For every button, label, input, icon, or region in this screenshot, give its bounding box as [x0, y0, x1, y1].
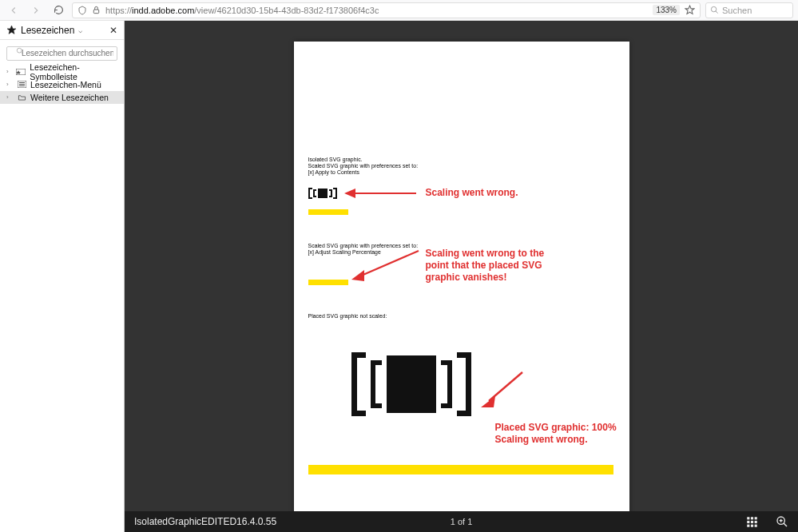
svg-rect-25: [333, 197, 337, 199]
svg-rect-47: [755, 517, 757, 519]
placed-graphic-large: [351, 349, 471, 423]
annotation: Scaling went wrong to the point that the…: [426, 248, 566, 284]
tree-item-toolbar[interactable]: › Lesezeichen-Symbolleiste: [0, 66, 124, 78]
yellow-bar-small: [308, 209, 348, 215]
chevron-right-icon: ›: [6, 93, 13, 101]
caret-down-icon[interactable]: ⌵: [78, 26, 82, 34]
svg-marker-4: [7, 26, 16, 34]
tree-label: Weitere Lesezeichen: [30, 93, 109, 102]
star-icon: [6, 25, 17, 35]
arrow-icon: [348, 248, 422, 283]
svg-rect-51: [747, 524, 749, 526]
zoom-indicator[interactable]: 133%: [653, 5, 680, 15]
zoom-in-icon[interactable]: [776, 515, 788, 528]
svg-rect-31: [351, 352, 366, 358]
svg-rect-32: [351, 411, 366, 416]
close-sidebar-button[interactable]: ✕: [109, 25, 117, 36]
svg-rect-38: [441, 360, 452, 365]
yellow-bar-wide: [308, 465, 613, 474]
svg-line-55: [784, 523, 787, 526]
svg-rect-14: [308, 188, 312, 189]
back-button[interactable]: [5, 2, 22, 19]
browser-search[interactable]: Suchen: [705, 2, 793, 18]
svg-rect-50: [755, 520, 757, 522]
forward-button[interactable]: [27, 2, 45, 19]
tree-item-other[interactable]: › Weitere Lesezeichen: [0, 91, 124, 104]
search-icon: [710, 6, 719, 14]
svg-rect-46: [751, 517, 753, 519]
thumbnails-icon[interactable]: [746, 516, 758, 528]
document-viewer: Isolated SVG graphic. Scaled SVG graphic…: [125, 21, 798, 532]
sidebar-search[interactable]: [6, 45, 117, 61]
caption-line: Isolated SVG graphic.: [308, 157, 363, 163]
svg-line-6: [21, 52, 23, 54]
svg-rect-48: [747, 520, 749, 522]
svg-rect-52: [751, 524, 753, 526]
arrow-icon: [344, 188, 418, 199]
svg-point-5: [17, 48, 22, 53]
svg-marker-1: [685, 6, 694, 14]
chevron-right-icon: ›: [6, 68, 12, 75]
folder-icon: [17, 93, 26, 101]
svg-line-43: [489, 372, 522, 401]
url-text: https://indd.adobe.com/view/46210d30-15b…: [105, 6, 648, 15]
svg-rect-39: [441, 403, 452, 408]
svg-rect-30: [351, 352, 357, 416]
viewer-bottom-bar: IsolatedGraphicEDITED16.4.0.55 1 of 1: [125, 511, 798, 532]
svg-line-28: [359, 251, 419, 276]
svg-rect-53: [755, 524, 757, 526]
sidebar-title: Lesezeichen: [21, 25, 74, 36]
document-page: Isolated SVG graphic. Scaled SVG graphic…: [294, 42, 629, 511]
svg-rect-21: [329, 189, 332, 191]
bookmarks-toolbar-icon: [16, 68, 26, 76]
svg-rect-35: [371, 403, 382, 408]
svg-point-2: [711, 6, 716, 11]
search-icon: [16, 47, 24, 55]
caption-line: [x] Apply to Contents: [308, 169, 359, 176]
scaled-graphic-small: [308, 187, 337, 200]
lock-icon: [92, 6, 101, 14]
svg-rect-33: [371, 360, 375, 408]
bookmarks-menu-icon: [17, 81, 26, 89]
bookmarks-sidebar: Lesezeichen ⌵ ✕ › Lesezeichen-Symbolleis…: [0, 21, 125, 532]
bookmark-star-icon[interactable]: [685, 5, 695, 15]
svg-rect-13: [308, 188, 310, 199]
svg-marker-8: [16, 70, 21, 74]
svg-rect-45: [747, 517, 749, 519]
svg-rect-18: [313, 196, 316, 197]
svg-rect-0: [93, 10, 98, 14]
shield-icon: [77, 6, 87, 15]
browser-toolbar: https://indd.adobe.com/view/46210d30-15b…: [0, 0, 798, 21]
svg-rect-34: [371, 360, 382, 365]
page-stage[interactable]: Isolated SVG graphic. Scaled SVG graphic…: [125, 21, 798, 511]
tree-label: Lesezeichen-Symbolleiste: [30, 62, 117, 81]
arrow-icon: [478, 369, 526, 411]
search-placeholder: Suchen: [722, 6, 752, 15]
svg-rect-41: [457, 352, 471, 358]
svg-marker-27: [344, 189, 355, 198]
annotation: Placed SVG graphic: 100% Scaling went wr…: [495, 422, 623, 446]
annotation: Scaling went wrong.: [426, 187, 518, 199]
svg-rect-36: [387, 355, 436, 413]
svg-rect-49: [751, 520, 753, 522]
svg-rect-24: [333, 188, 337, 189]
caption-line: Placed SVG graphic not scaled:: [308, 313, 387, 320]
page-indicator: 1 of 1: [451, 517, 473, 526]
svg-rect-17: [313, 189, 316, 191]
svg-rect-42: [457, 411, 471, 416]
svg-line-3: [716, 11, 718, 14]
tree-label: Lesezeichen-Menü: [30, 80, 101, 89]
svg-rect-23: [335, 188, 337, 199]
address-bar[interactable]: https://indd.adobe.com/view/46210d30-15b…: [72, 2, 701, 18]
sidebar-header: Lesezeichen ⌵ ✕: [0, 21, 124, 40]
chevron-right-icon: ›: [6, 81, 13, 88]
svg-marker-29: [351, 270, 364, 281]
svg-rect-15: [308, 197, 312, 199]
reload-button[interactable]: [50, 2, 67, 19]
yellow-bar-small: [308, 280, 348, 285]
document-filename: IsolatedGraphicEDITED16.4.0.55: [134, 516, 276, 527]
svg-rect-22: [329, 196, 332, 197]
svg-rect-19: [318, 189, 328, 198]
svg-rect-37: [447, 360, 452, 408]
caption-line: Scaled SVG graphic with preferences set …: [308, 163, 419, 169]
